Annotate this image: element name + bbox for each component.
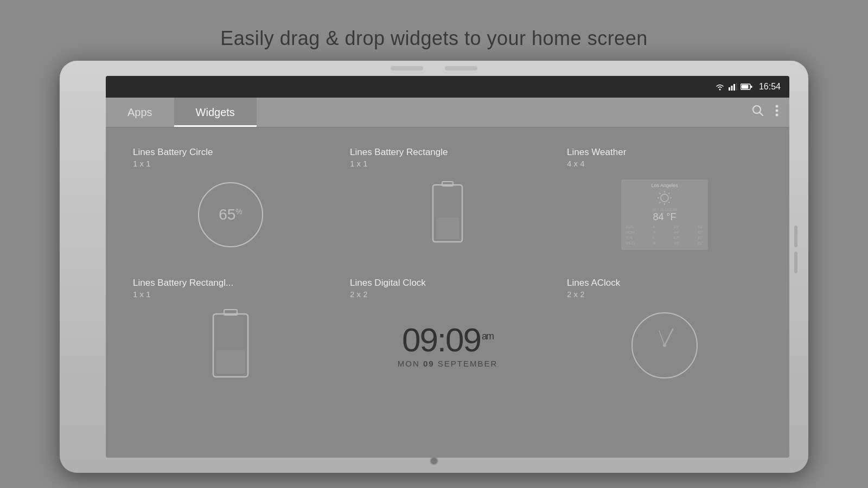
tablet-right-buttons — [794, 226, 797, 273]
tablet-screen: 16:54 Apps Widgets — [106, 76, 789, 458]
widget-cell-battery-rect2[interactable]: Lines Battery Rectangl... 1 x 1 — [122, 269, 339, 400]
widget-size-battery-rect: 1 x 1 — [350, 159, 545, 168]
weather-condition: SKY IS CLEAR — [626, 208, 704, 211]
widget-cell-weather[interactable]: Lines Weather 4 x 4 Los Angeles — [556, 138, 773, 269]
svg-line-23 — [668, 193, 669, 194]
weather-temp: 84 °F — [626, 211, 704, 223]
svg-line-30 — [659, 331, 665, 345]
tablet-container: 16:54 Apps Widgets — [60, 61, 808, 473]
svg-rect-4 — [736, 83, 737, 91]
status-icons: 16:54 — [714, 82, 781, 92]
tab-bar: Apps Widgets — [106, 98, 789, 127]
svg-point-16 — [661, 194, 668, 202]
widget-size-weather: 4 x 4 — [567, 159, 762, 168]
widget-name-analog-clock: Lines AClock — [567, 278, 762, 288]
svg-line-22 — [668, 202, 669, 203]
widget-name-battery-rect2: Lines Battery Rectangl... — [133, 278, 328, 288]
tablet-notch-top — [391, 66, 477, 70]
weather-row-3: WED☀80°63° — [626, 241, 704, 246]
svg-point-11 — [776, 110, 778, 112]
svg-line-9 — [760, 113, 763, 116]
time-display: 16:54 — [759, 82, 781, 92]
signal-icon — [729, 83, 737, 91]
weather-city: Los Angeles — [626, 183, 704, 188]
weather-forecast: SUN☀85°68° MON☀84°67° TUE☀82°65° WED☀80°… — [626, 225, 704, 246]
weather-widget: Los Angeles — [621, 179, 708, 250]
svg-point-10 — [776, 105, 778, 108]
svg-rect-27 — [216, 350, 245, 374]
sun-icon — [657, 190, 672, 206]
volume-up-btn[interactable] — [794, 226, 797, 247]
widget-size-battery-circle: 1 x 1 — [133, 159, 328, 168]
widget-preview-digital-clock: 09:09am MON 09 SEPTEMBER — [350, 307, 545, 383]
svg-line-29 — [665, 329, 673, 345]
svg-rect-7 — [750, 86, 752, 88]
wifi-icon — [714, 83, 725, 91]
svg-line-24 — [660, 202, 661, 203]
weather-sun-area — [626, 190, 704, 206]
analog-clock-svg — [629, 310, 700, 381]
notch-pill-right — [445, 66, 477, 70]
battery-status-icon — [741, 84, 752, 90]
widget-cell-analog-clock[interactable]: Lines AClock 2 x 2 — [556, 269, 773, 400]
page-tagline: Easily drag & drop widgets to your home … — [220, 27, 647, 50]
widget-name-battery-circle: Lines Battery Circle — [133, 147, 328, 158]
svg-rect-6 — [741, 85, 748, 89]
clock-date-display: MON 09 SEPTEMBER — [398, 359, 498, 368]
page-container: Easily drag & drop widgets to your home … — [0, 0, 868, 488]
widget-name-weather: Lines Weather — [567, 147, 762, 158]
svg-rect-15 — [436, 217, 459, 239]
widget-preview-battery-rect2 — [133, 307, 328, 383]
widget-preview-battery-circle: 65% — [133, 177, 328, 253]
svg-point-12 — [776, 114, 778, 117]
widget-size-battery-rect2: 1 x 1 — [133, 290, 328, 299]
widget-cell-digital-clock[interactable]: Lines Digital Clock 2 x 2 09:09am MON 09… — [339, 269, 556, 400]
weather-row-1: MON☀84°67° — [626, 230, 704, 235]
widget-preview-analog-clock — [567, 307, 762, 383]
clock-time-display: 09:09am — [402, 323, 493, 357]
svg-rect-2 — [731, 86, 732, 91]
widget-name-digital-clock: Lines Digital Clock — [350, 278, 545, 288]
widget-preview-battery-rect — [350, 177, 545, 253]
svg-point-31 — [663, 344, 666, 347]
widget-name-battery-rect: Lines Battery Rectangle — [350, 147, 545, 158]
notch-pill-left — [391, 66, 423, 70]
search-button[interactable] — [751, 104, 764, 120]
battery-percentage: 65% — [219, 206, 242, 223]
digital-clock-widget: 09:09am MON 09 SEPTEMBER — [398, 323, 498, 368]
svg-point-0 — [719, 89, 720, 91]
battery-rect2-svg — [209, 307, 252, 383]
battery-circle-widget: 65% — [198, 182, 263, 247]
weather-row-0: SUN☀85°68° — [626, 225, 704, 229]
widget-size-digital-clock: 2 x 2 — [350, 290, 545, 299]
svg-line-21 — [660, 193, 661, 194]
svg-rect-3 — [733, 84, 735, 91]
tab-apps[interactable]: Apps — [106, 98, 174, 127]
widget-grid: Lines Battery Circle 1 x 1 65% Lines Bat… — [106, 127, 789, 410]
tab-widgets[interactable]: Widgets — [174, 98, 257, 127]
weather-row-2: TUE☀82°65° — [626, 236, 704, 240]
widget-size-analog-clock: 2 x 2 — [567, 290, 762, 299]
tab-actions — [751, 104, 789, 120]
svg-rect-1 — [729, 87, 730, 91]
widget-cell-battery-rect[interactable]: Lines Battery Rectangle 1 x 1 — [339, 138, 556, 269]
tablet-camera — [430, 457, 438, 465]
battery-rect-svg — [429, 179, 467, 250]
widget-cell-battery-circle[interactable]: Lines Battery Circle 1 x 1 65% — [122, 138, 339, 269]
more-options-button[interactable] — [775, 105, 778, 120]
volume-down-btn[interactable] — [794, 252, 797, 273]
clock-ampm: am — [482, 331, 493, 342]
widget-preview-weather: Los Angeles — [567, 177, 762, 253]
status-bar: 16:54 — [106, 76, 789, 98]
